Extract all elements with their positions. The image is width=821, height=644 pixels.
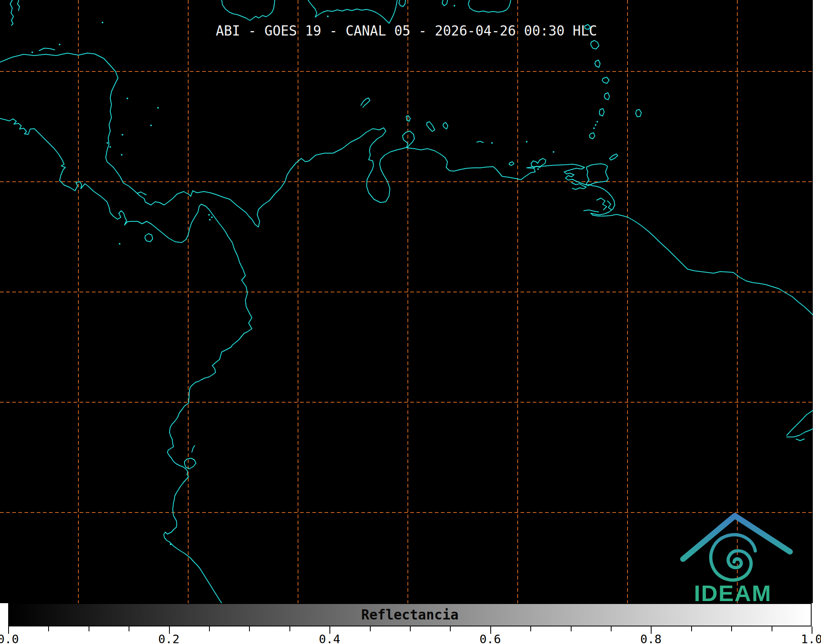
islet-san-andres bbox=[150, 125, 152, 126]
islet-pearl-cay-2 bbox=[109, 146, 111, 148]
islet-pearl-island-3 bbox=[209, 219, 211, 221]
islet-orchila bbox=[491, 142, 493, 144]
ideam-logo: IDEAM bbox=[672, 509, 802, 604]
island-curacao bbox=[427, 122, 435, 131]
island-hispaniola-south bbox=[308, 0, 397, 23]
islet-grenadines-3 bbox=[593, 127, 595, 129]
colorbar-minor-tick bbox=[530, 626, 531, 631]
islet-guanaja bbox=[59, 44, 60, 45]
island-puna bbox=[185, 458, 196, 469]
colorbar-tick-label: 0.8 bbox=[640, 632, 661, 644]
island-jamaica bbox=[222, 0, 275, 20]
coast-pacific-mainland bbox=[0, 118, 252, 603]
island-tobago bbox=[610, 154, 618, 160]
islet-utila bbox=[31, 51, 33, 53]
islet-grenadines-1 bbox=[596, 121, 598, 123]
logo-hurricane-spiral bbox=[711, 535, 755, 580]
island-trinidad bbox=[586, 164, 608, 186]
colorbar-tick-label: 0.4 bbox=[319, 632, 340, 644]
island-barbados bbox=[636, 109, 641, 117]
colorbar-minor-tick bbox=[772, 626, 772, 631]
islet-providencia bbox=[157, 107, 159, 109]
island-saona bbox=[442, 0, 447, 6]
amazon-river-north-bank bbox=[787, 410, 813, 435]
colorbar-minor-tick bbox=[48, 626, 49, 631]
guayas-estuary bbox=[192, 446, 195, 452]
colorbar-minor-tick bbox=[129, 626, 129, 631]
islet-malpelo bbox=[119, 243, 120, 245]
island-st-vincent bbox=[599, 109, 604, 116]
amazon-river-south-bank bbox=[787, 429, 813, 437]
colorbar-minor-tick bbox=[571, 626, 572, 631]
colorbar-tick-label: 0.0 bbox=[0, 632, 19, 644]
island-guadeloupe bbox=[591, 40, 599, 49]
coast-belize-cay bbox=[18, 0, 20, 11]
coast-belize bbox=[10, 0, 13, 25]
islet-corn bbox=[122, 134, 123, 136]
islet-cay-1 bbox=[127, 98, 128, 99]
islet-grenadines-2 bbox=[595, 124, 596, 126]
island-tortuga bbox=[509, 162, 514, 165]
islet-cay-2 bbox=[121, 154, 122, 156]
islet-coche bbox=[537, 168, 539, 170]
islet-pearl-island-1 bbox=[208, 214, 210, 216]
island-roatan bbox=[39, 48, 55, 51]
island-los-roques bbox=[477, 141, 483, 143]
islet-pearl-island-2 bbox=[211, 216, 213, 218]
colorbar-minor-tick bbox=[691, 626, 692, 631]
island-grenada bbox=[590, 133, 595, 139]
logo-roof-right-stroke bbox=[735, 516, 790, 552]
islet-blanquilla bbox=[526, 141, 527, 143]
islet-lobos bbox=[170, 544, 171, 545]
orinoco-delta-braid-1 bbox=[597, 198, 607, 210]
orinoco-delta-south-shore bbox=[584, 210, 599, 212]
reflectance-colorbar: Reflectancia bbox=[8, 603, 812, 626]
colorbar-tick-label: 1.0 bbox=[801, 632, 821, 644]
colorbar-tick-label: 0.6 bbox=[480, 632, 501, 644]
island-martinique bbox=[602, 77, 609, 83]
colorbar-minor-tick bbox=[209, 626, 210, 631]
colorbar-minor-tick bbox=[611, 626, 612, 631]
amazon-river-spur bbox=[796, 439, 804, 441]
gulf-of-paria-shore bbox=[572, 183, 586, 189]
island-puerto-rico-south bbox=[468, 0, 511, 12]
colorbar-minor-tick bbox=[410, 626, 411, 631]
colorbar-minor-tick bbox=[450, 626, 451, 631]
islet-pearl-cay-1 bbox=[107, 142, 108, 144]
colorbar-minor-tick bbox=[370, 626, 371, 631]
islet-testigos bbox=[553, 151, 554, 153]
colorbar-tick-label: 0.2 bbox=[158, 632, 179, 644]
colorbar-label: Reflectancia bbox=[9, 604, 811, 626]
islet-guajira-north bbox=[361, 98, 370, 107]
orinoco-delta-braid-2 bbox=[607, 201, 612, 210]
island-bocas-del-toro bbox=[138, 192, 146, 195]
map-title: ABI - GOES 19 - CANAL 05 - 2026-04-26 00… bbox=[0, 23, 813, 39]
screenshot-stage: ABI - GOES 19 - CANAL 05 - 2026-04-26 00… bbox=[0, 0, 821, 644]
island-coiba bbox=[145, 234, 153, 242]
island-hispaniola-east bbox=[399, 0, 405, 7]
ideam-logo-text: IDEAM bbox=[672, 580, 794, 606]
colorbar-minor-tick bbox=[289, 626, 290, 631]
colorbar-minor-tick bbox=[731, 626, 732, 631]
coast-caribbean-mainland bbox=[0, 53, 813, 315]
islet-mona bbox=[454, 5, 455, 7]
island-bonaire bbox=[443, 123, 448, 129]
island-dominica bbox=[595, 60, 600, 67]
colorbar-minor-tick bbox=[89, 626, 89, 631]
islet-ile-a-vache bbox=[327, 16, 329, 17]
colorbar-minor-tick bbox=[249, 626, 250, 631]
island-st-lucia bbox=[604, 93, 610, 100]
